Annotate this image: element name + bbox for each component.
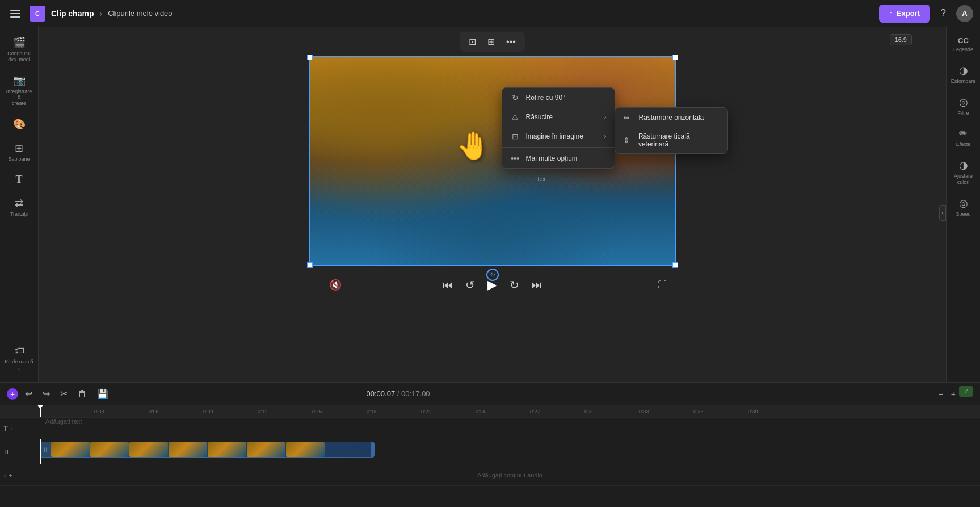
more-options-button[interactable]: •••: [502, 35, 520, 49]
right-sidebar-item-effects[interactable]: ✏ Efecte: [948, 123, 979, 152]
stickers-icon: 🎨: [13, 118, 26, 131]
audio-track-icon: ♪: [3, 472, 7, 479]
flip-horizontal-item[interactable]: ⇔ Răsturnare orizontală: [615, 108, 727, 127]
breadcrumb-current[interactable]: Clipurile mele video: [108, 9, 172, 18]
pip-arrow-icon: ›: [604, 132, 607, 140]
audio-track-row: ♪ + Adăugați conținut audio: [0, 464, 980, 486]
menu-item-flip[interactable]: ⚠ Răsucire › ⇔ Răsturnare orizontală ⇕ R…: [502, 107, 615, 127]
video-text-overlay: Text: [537, 176, 547, 182]
resize-handle-tl[interactable]: [307, 55, 313, 60]
text-track-content[interactable]: Adăugați text: [40, 418, 980, 439]
sidebar-item-brand[interactable]: 🏷 Kit de marcă ›: [2, 341, 36, 378]
pip-icon: ⊡: [510, 132, 520, 141]
audio-track-add-icon[interactable]: +: [9, 472, 12, 479]
video-preview-wrapper[interactable]: Text ↻: [309, 56, 676, 266]
flip-vertical-item[interactable]: ⇕ Răsturnare ticală veterinară: [615, 127, 727, 153]
resize-handle-bl[interactable]: [307, 262, 313, 268]
menu-item-rotate[interactable]: ↻ Rotire cu 90°: [502, 88, 615, 107]
ruler-label-4: 0:12: [258, 409, 268, 414]
play-button[interactable]: ▶: [485, 275, 499, 295]
sidebar-item-stickers[interactable]: 🎨: [2, 114, 36, 135]
canvas-toolbar: ⊡ ⊞ ••• 16:9: [39, 27, 946, 56]
vtc-frame-6: [247, 442, 285, 457]
skip-back-button[interactable]: ⏮: [440, 277, 455, 294]
topbar: C Clip champ › Clipurile mele video Expo…: [0, 0, 980, 27]
captions-icon: CC: [958, 36, 969, 45]
vtc-end-handle[interactable]: [371, 442, 374, 457]
vtc-frame-7: [286, 442, 325, 457]
playhead: [40, 405, 41, 417]
right-sidebar-item-color[interactable]: ◑ Ajustare culori: [948, 154, 979, 190]
stamp-label: Estompare: [951, 78, 976, 85]
timeline-add-button[interactable]: +: [7, 388, 18, 400]
canvas-ratio[interactable]: 16:9: [890, 34, 912, 45]
current-time: 00:00.07: [367, 389, 396, 398]
playhead-triangle: [37, 405, 44, 409]
right-sidebar-item-filter[interactable]: ◎ Filtre: [948, 91, 979, 121]
crop-button[interactable]: ⊡: [464, 34, 481, 49]
resize-handle-tr[interactable]: [672, 55, 678, 60]
ruler-label-9: 0:27: [530, 409, 540, 414]
sidebar-item-label-templates: Șabloane: [8, 156, 30, 162]
video-track-label: ⏸: [0, 449, 40, 455]
video-track-icon: ⏸: [3, 449, 10, 455]
right-sidebar-item-stamp[interactable]: ◑ Estompare: [948, 60, 979, 89]
flip-icon: ⚠: [510, 112, 520, 121]
canvas-area: ⊡ ⊞ ••• 16:9 Text ↻ ↻ Rot: [39, 27, 946, 382]
ruler-mark-4: 0:12: [258, 409, 312, 414]
context-menu: ↻ Rotire cu 90° ⚠ Răsucire › ⇔ Răsturnar…: [502, 87, 615, 169]
skip-forward-button[interactable]: ⏭: [529, 277, 544, 294]
ruler-label-12: 0:36: [693, 409, 704, 414]
sidebar-item-record[interactable]: 📷 Înregistrare &create: [2, 70, 36, 111]
help-button[interactable]: ?: [936, 5, 950, 22]
avatar[interactable]: A: [956, 5, 973, 22]
forward-button[interactable]: ↻: [507, 276, 521, 294]
cut-button[interactable]: ✂: [57, 387, 71, 401]
ruler-label-3: 0:09: [203, 409, 213, 414]
audio-track-content[interactable]: Adăugați conținut audio: [40, 464, 980, 485]
app-logo: C: [30, 6, 45, 22]
redo-button[interactable]: ↪: [39, 387, 53, 401]
ruler-mark-12: 0:36: [693, 409, 748, 414]
flip-horizontal-label: Răsturnare orizontală: [639, 114, 704, 121]
sidebar-item-transitions[interactable]: ⇄ Tranziții: [2, 192, 36, 222]
ruler-label-2: 0:06: [149, 409, 159, 414]
sidebar-item-label-transitions: Tranziții: [10, 211, 28, 217]
zoom-in-button[interactable]: +: [948, 388, 958, 400]
templates-icon: ⊞: [15, 142, 23, 154]
resize-button[interactable]: ⊞: [483, 34, 499, 49]
canvas-toolbar-inner: ⊡ ⊞ •••: [460, 32, 525, 52]
menu-item-pip[interactable]: ⊡ Imagine în imagine ›: [502, 127, 615, 146]
rewind-button[interactable]: ↺: [463, 276, 477, 294]
audio-track-label: ♪ +: [0, 472, 40, 479]
menu-item-more-label: Mai multe opțiuni: [526, 154, 578, 162]
sidebar-item-templates[interactable]: ⊞ Șabloane: [2, 137, 36, 167]
save-button[interactable]: 💾: [94, 387, 112, 401]
media-icon: 🎬: [13, 36, 26, 49]
resize-handle-br[interactable]: [672, 262, 678, 268]
mute-button[interactable]: 🔇: [327, 276, 344, 294]
video-track-clip[interactable]: ⏸: [40, 442, 375, 458]
right-sidebar-item-speed[interactable]: ◎ Speed: [948, 192, 979, 222]
audio-add-label: Adăugați conținut audio: [477, 472, 542, 479]
right-sidebar: CC Legende ◑ Estompare ◎ Filtre ✏ Efecte…: [946, 27, 980, 382]
ruler-label-13: 0:39: [748, 409, 758, 414]
sidebar-item-text[interactable]: T: [2, 169, 36, 190]
hamburger-menu-button[interactable]: [7, 6, 24, 21]
fullscreen-button[interactable]: ⛶: [655, 278, 669, 292]
ruler-mark-2: 0:06: [149, 409, 203, 414]
delete-button[interactable]: 🗑: [74, 387, 90, 401]
effects-icon: ✏: [959, 127, 968, 140]
right-sidebar-item-captions[interactable]: CC Legende: [948, 32, 979, 57]
sidebar-item-media[interactable]: 🎬 Conținutul dvs. medi: [2, 32, 36, 68]
export-button[interactable]: Export: [879, 5, 930, 23]
sidebar-item-label-record: Înregistrare &create: [5, 89, 34, 107]
menu-item-more[interactable]: ••• Mai multe opțiuni: [502, 149, 615, 168]
text-track-label: T +: [0, 424, 40, 433]
ruler-label-7: 0:21: [421, 409, 431, 414]
right-sidebar-collapse-button[interactable]: ‹: [939, 205, 946, 221]
undo-button[interactable]: ↩: [22, 387, 36, 401]
text-track-add-icon[interactable]: +: [10, 425, 14, 432]
zoom-out-button[interactable]: −: [936, 388, 946, 400]
ruler-mark-1: 0:03: [94, 409, 149, 414]
